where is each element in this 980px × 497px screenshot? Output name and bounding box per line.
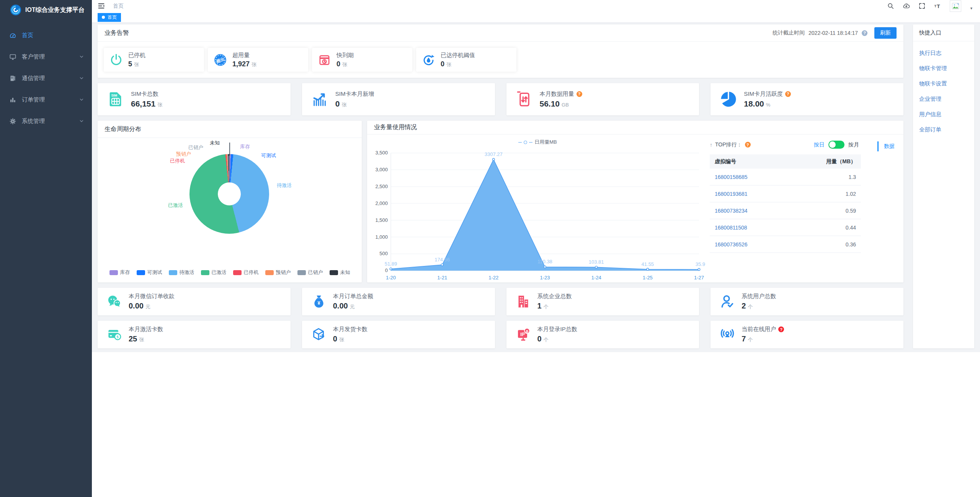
ip-monitor-icon: IP [516,327,531,342]
quick-link-5[interactable]: 用户信息 [919,111,968,118]
usage-value: 0.59 [846,208,856,214]
shipping-box-icon [311,327,327,342]
sidebar-item-communication-management[interactable]: 通信管理 [0,67,92,89]
stat-title: 当前在线用户 [742,326,776,333]
tab-data[interactable]: 数据 [877,141,897,151]
period-toggle-switch[interactable] [828,141,844,149]
stat-unit: 张 [342,62,347,67]
quick-link-1[interactable]: 执行日志 [919,49,968,57]
usage-panel: 业务量使用情况 日用量MB 05001,0001,5002 [367,121,903,282]
virtual-number-link[interactable]: 16800738234 [715,208,748,214]
quick-link-3[interactable]: 物联卡设置 [919,80,968,87]
help-icon[interactable]: ? [577,91,582,97]
dashboard-icon [9,32,16,39]
stat-unit: 张 [446,62,451,67]
stat-unit: 张 [134,62,139,67]
search-icon[interactable] [887,2,894,10]
stat-card-wechat-income-this-month: 本月微信订单收款0.00元 [98,288,291,315]
help-icon[interactable]: ? [862,30,867,36]
svg-text:0: 0 [385,268,388,274]
top-table-row: 168001586851.3 [710,169,861,185]
stat-unit: 个 [544,337,549,343]
stat-title: 本月激活卡数 [129,326,163,333]
top-table-row: 168007365260.36 [710,236,861,253]
quick-link-6[interactable]: 全部订单 [919,126,968,133]
usage-value: 0.36 [846,241,856,248]
tab-home[interactable]: 首页 [98,13,121,22]
svg-text:41.55: 41.55 [642,261,654,267]
help-icon[interactable]: ? [745,142,751,148]
legend-item[interactable]: 未知 [330,269,350,276]
pie-leader-line [229,143,230,156]
quick-entry-links: 执行日志物联卡管理物联卡设置企业管理用户信息全部订单 [913,49,974,133]
legend-label: 已激活 [212,269,227,276]
fullscreen-icon[interactable] [918,2,926,10]
card-activate-icon [107,327,122,342]
sidebar-item-label: 系统管理 [22,118,45,125]
usage-value: 1.3 [849,174,856,180]
sidebar-item-system-management[interactable]: 系统管理 [0,110,92,132]
stat-title: 本月微信订单收款 [129,293,175,300]
main-area: 首页 TT ▼ 首页 业务告警 统计截止时间 [92,0,980,497]
toggle-by-month-label[interactable]: 按月 [848,141,859,148]
stat-title: 快到期 [336,52,354,59]
virtual-number-link[interactable]: 16800736526 [715,241,748,248]
refresh-button[interactable]: 刷新 [874,27,897,39]
help-icon[interactable]: ? [778,326,784,332]
font-size-icon[interactable]: TT [934,2,941,10]
stat-title: 本月数据用量 [540,90,574,98]
collapse-sidebar-icon[interactable] [97,2,105,10]
caret-down-icon[interactable]: ▼ [970,7,973,12]
svg-text:3,500: 3,500 [375,150,387,156]
stat-title: 已停机 [128,52,145,59]
quick-link-2[interactable]: 物联卡管理 [919,65,968,72]
quick-link-4[interactable]: 企业管理 [919,95,968,103]
tab-active-dot-icon [102,16,105,19]
usage-chart-area: 日用量MB 05001,0001,5002,0002,5003,0003,500… [369,138,706,282]
legend-item[interactable]: 已销户 [297,269,323,276]
svg-text:T: T [934,4,937,8]
svg-text:1-27: 1-27 [694,275,704,280]
legend-item[interactable]: 可测试 [137,269,162,276]
stat-unit: 个 [748,304,753,310]
legend-marker-icon [524,141,527,144]
user-avatar[interactable] [950,0,961,12]
up-arrow-icon: ↑ [710,142,712,148]
stat-unit: 元 [145,304,150,310]
sidebar-item-customer-management[interactable]: 客户管理 [0,46,92,67]
tab-label: 首页 [108,14,117,21]
svg-text:2,000: 2,000 [375,200,387,206]
legend-item[interactable]: 预销户 [265,269,291,276]
virtual-number-link[interactable]: 16800158685 [715,174,748,180]
lifecycle-pie-chart [189,154,269,234]
stat-title: SIM卡本月新增 [335,90,374,98]
cloud-download-icon[interactable] [903,2,910,10]
virtual-number-link[interactable]: 16800811508 [715,225,747,231]
virtual-number-link[interactable]: 16800193681 [715,191,748,197]
legend-item[interactable]: 待激活 [169,269,194,276]
order-chart-icon [9,96,16,103]
legend-item[interactable]: 已停机 [233,269,259,276]
sidebar-item-label: 客户管理 [22,53,45,61]
legend-label: 已销户 [308,269,323,276]
stat-card-data-usage-this-month: 本月数据用量?56.10GB [506,83,699,115]
legend-dash-icon [518,142,522,143]
legend-swatch-icon [297,270,306,275]
legend-swatch-icon [201,270,209,275]
stat-title: 本月发货卡数 [333,326,368,333]
svg-text:35.9: 35.9 [696,261,705,267]
breadcrumb[interactable]: 首页 [113,3,124,10]
sidebar-item-order-management[interactable]: 订单管理 [0,89,92,110]
legend-dash-icon [529,142,532,143]
top-table-row: 168007382340.59 [710,202,861,219]
stat-value: 0 [441,60,444,68]
sidebar-item-home[interactable]: 首页 [0,25,92,46]
stat-title: 系统用户总数 [742,293,776,300]
line-legend[interactable]: 日用量MB [369,138,706,147]
help-icon[interactable]: ? [785,91,791,97]
toggle-by-day-label[interactable]: 按日 [814,141,825,148]
legend-item[interactable]: 已激活 [201,269,227,276]
stat-unit: GB [562,102,569,108]
stat-title: 本月登录IP总数 [537,326,577,333]
legend-item[interactable]: 库存 [109,269,130,276]
